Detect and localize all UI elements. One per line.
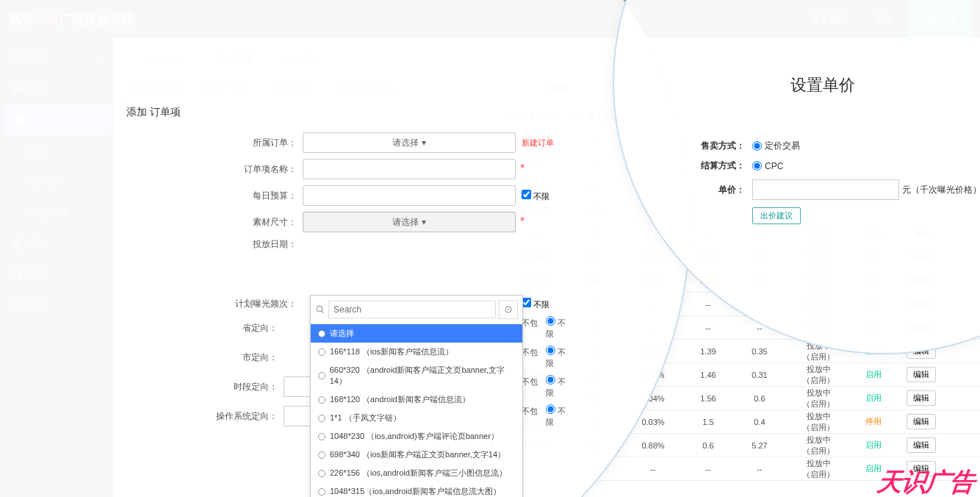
label-city: 市定向： [115,351,284,364]
dropdown-option[interactable]: 698*340 （ios新闻客户端正文页banner,文字14） [311,446,522,464]
label-size: 素材尺寸： [115,216,303,229]
dropdown-option[interactable]: 1*1 （手凤文字链） [311,409,522,427]
watermark: 天识广告 [876,465,976,497]
status-toggle[interactable]: 停用 [851,416,896,427]
name-input[interactable] [303,159,516,179]
chevron-down-icon: ▾ [422,137,426,148]
edit-button[interactable]: 编辑 [907,367,936,382]
svg-point-5 [317,306,323,312]
freq-nolimit[interactable]: 不限 [522,298,550,310]
label-os: 操作系统定向： [115,410,284,423]
required-marker: * [520,215,525,229]
label-price: 单价： [695,184,745,196]
panel-title-right: 设置单价 [790,74,855,96]
dropdown-option[interactable]: 1048*315（ios,android新闻客户端信息流大图） [311,482,522,497]
status-toggle[interactable]: 启用 [851,393,896,404]
label-sell-mode: 售卖方式： [695,140,745,152]
budget-input[interactable] [303,185,516,206]
label-date: 投放日期： [115,238,303,251]
dropdown-target-button[interactable] [499,300,518,319]
edit-button[interactable]: 编辑 [907,390,936,406]
svg-point-7 [508,309,509,310]
required-marker: * [520,162,525,176]
new-order-link[interactable]: 新建订单 [522,137,554,149]
status-toggle[interactable]: 启用 [851,369,896,380]
form-title: 添加 订单项 [115,99,571,126]
label-budget: 每日预算： [115,190,303,202]
sell-mode-radio[interactable]: 定价交易 [752,140,800,152]
bid-suggest-button[interactable]: 出价建议 [752,207,801,224]
dropdown-option[interactable]: 660*320 （android新闻客户端正文页banner,文字14） [311,361,522,390]
edit-button[interactable]: 编辑 [907,437,936,453]
main: 订单列表 定向设置 创意素材 +添加订单项 全部广告主 全部订单 查询 曝光量（… [114,38,980,497]
price-unit: 元（千次曝光价格） [902,184,980,196]
search-icon [315,304,325,315]
status-toggle[interactable]: 启用 [851,440,896,451]
dropdown-option[interactable]: 166*118 （ios新闻客户端信息流） [311,343,522,361]
label-owner: 所属订单： [115,137,303,149]
chevron-down-icon: ▾ [422,217,426,227]
dropdown-option[interactable]: 168*120 （android新闻客户端信息流） [311,390,522,409]
label-time: 时段定向： [115,381,284,393]
label-prov: 省定向： [115,322,284,335]
label-settle-mode: 结算方式： [695,160,745,172]
label-freq: 计划曝光频次： [115,298,303,310]
edit-button[interactable]: 编辑 [907,414,936,429]
budget-nolimit[interactable]: 不限 [522,190,550,202]
settle-mode-radio[interactable]: CPC [752,161,783,171]
label-name: 订单项名称： [115,163,303,176]
price-input[interactable] [752,179,899,200]
dropdown-option[interactable]: 请选择 [311,324,522,343]
dropdown-option[interactable]: 226*156 （ios,android新闻客户端三小图信息流） [311,464,522,482]
size-select[interactable]: 请选择▾ [303,212,516,232]
owner-select[interactable]: 请选择▾ [303,132,516,153]
dropdown-search-input[interactable] [328,301,496,318]
size-dropdown: 请选择 166*118 （ios新闻客户端信息流）660*320 （androi… [310,295,523,497]
dropdown-option[interactable]: 1048*230 （ios,android)客户端评论页banner） [311,427,522,446]
